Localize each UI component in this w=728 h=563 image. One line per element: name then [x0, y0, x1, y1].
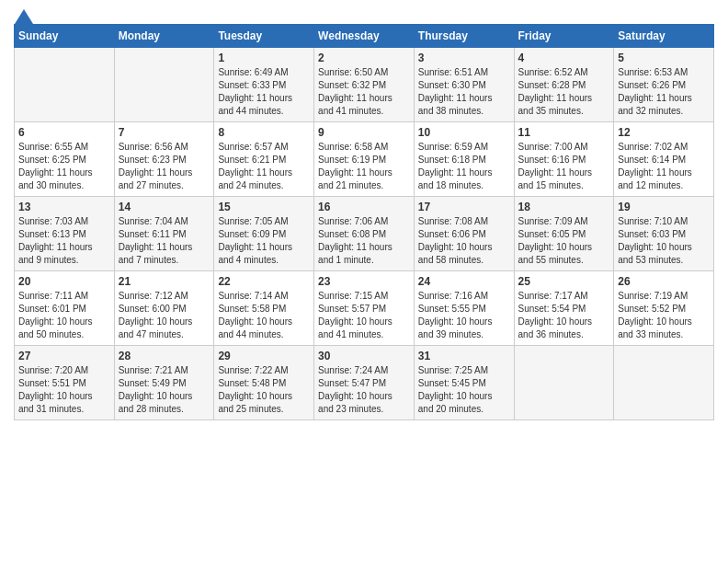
day-info: Sunrise: 7:10 AM Sunset: 6:03 PM Dayligh…: [618, 215, 710, 267]
day-number: 12: [618, 126, 710, 139]
day-info: Sunrise: 6:55 AM Sunset: 6:25 PM Dayligh…: [18, 141, 110, 192]
day-info: Sunrise: 7:17 AM Sunset: 5:54 PM Dayligh…: [518, 290, 610, 341]
day-cell: 3Sunrise: 6:51 AM Sunset: 6:30 PM Daylig…: [414, 48, 514, 122]
day-number: 29: [218, 350, 310, 362]
header-saturday: Saturday: [614, 25, 714, 48]
day-cell: 26Sunrise: 7:19 AM Sunset: 5:52 PM Dayli…: [614, 271, 714, 346]
day-cell: 17Sunrise: 7:08 AM Sunset: 6:06 PM Dayli…: [414, 197, 514, 271]
header-thursday: Thursday: [414, 25, 514, 48]
day-number: 3: [418, 52, 510, 64]
day-info: Sunrise: 7:19 AM Sunset: 5:52 PM Dayligh…: [618, 290, 710, 341]
day-cell: 16Sunrise: 7:06 AM Sunset: 6:08 PM Dayli…: [314, 197, 415, 271]
day-number: 13: [18, 201, 110, 213]
day-number: 10: [418, 126, 510, 139]
day-number: 15: [218, 201, 310, 213]
day-info: Sunrise: 7:16 AM Sunset: 5:55 PM Dayligh…: [418, 290, 510, 341]
day-number: 9: [318, 126, 410, 139]
day-cell: 25Sunrise: 7:17 AM Sunset: 5:54 PM Dayli…: [514, 271, 614, 346]
day-number: 4: [518, 52, 610, 64]
day-number: 22: [218, 275, 310, 288]
day-info: Sunrise: 7:06 AM Sunset: 6:08 PM Dayligh…: [318, 215, 410, 267]
header-row: [14, 9, 714, 20]
day-info: Sunrise: 7:24 AM Sunset: 5:47 PM Dayligh…: [318, 364, 410, 416]
day-number: 25: [518, 275, 610, 288]
day-info: Sunrise: 6:53 AM Sunset: 6:26 PM Dayligh…: [618, 66, 710, 118]
header-wednesday: Wednesday: [314, 25, 415, 48]
header-friday: Friday: [514, 25, 614, 48]
day-number: 21: [119, 275, 210, 288]
day-cell: 22Sunrise: 7:14 AM Sunset: 5:58 PM Dayli…: [214, 271, 314, 346]
day-info: Sunrise: 7:00 AM Sunset: 6:16 PM Dayligh…: [518, 141, 610, 192]
day-cell: 8Sunrise: 6:57 AM Sunset: 6:21 PM Daylig…: [214, 122, 314, 197]
day-info: Sunrise: 7:12 AM Sunset: 6:00 PM Dayligh…: [119, 290, 210, 341]
day-number: 27: [18, 350, 110, 362]
week-row-1: 6Sunrise: 6:55 AM Sunset: 6:25 PM Daylig…: [15, 122, 714, 197]
day-number: 17: [418, 201, 510, 213]
day-number: 26: [618, 275, 710, 288]
day-number: 31: [418, 350, 510, 362]
day-info: Sunrise: 7:25 AM Sunset: 5:45 PM Dayligh…: [418, 364, 510, 416]
day-cell: 27Sunrise: 7:20 AM Sunset: 5:51 PM Dayli…: [15, 346, 115, 420]
day-info: Sunrise: 6:52 AM Sunset: 6:28 PM Dayligh…: [518, 66, 610, 118]
header-row-days: SundayMondayTuesdayWednesdayThursdayFrid…: [15, 25, 714, 48]
day-cell: 2Sunrise: 6:50 AM Sunset: 6:32 PM Daylig…: [314, 48, 415, 122]
day-cell: 31Sunrise: 7:25 AM Sunset: 5:45 PM Dayli…: [414, 346, 514, 420]
day-info: Sunrise: 7:09 AM Sunset: 6:05 PM Dayligh…: [518, 215, 610, 267]
day-number: 14: [119, 201, 210, 213]
day-cell: 19Sunrise: 7:10 AM Sunset: 6:03 PM Dayli…: [614, 197, 714, 271]
day-number: 20: [18, 275, 110, 288]
day-cell: 23Sunrise: 7:15 AM Sunset: 5:57 PM Dayli…: [314, 271, 415, 346]
day-info: Sunrise: 6:57 AM Sunset: 6:21 PM Dayligh…: [218, 141, 310, 192]
day-cell: 9Sunrise: 6:58 AM Sunset: 6:19 PM Daylig…: [314, 122, 415, 197]
day-info: Sunrise: 6:49 AM Sunset: 6:33 PM Dayligh…: [218, 66, 310, 118]
day-info: Sunrise: 7:04 AM Sunset: 6:11 PM Dayligh…: [119, 215, 210, 267]
day-cell: 14Sunrise: 7:04 AM Sunset: 6:11 PM Dayli…: [114, 197, 214, 271]
day-cell: 1Sunrise: 6:49 AM Sunset: 6:33 PM Daylig…: [214, 48, 314, 122]
day-number: 7: [119, 126, 210, 139]
week-row-3: 20Sunrise: 7:11 AM Sunset: 6:01 PM Dayli…: [15, 271, 714, 346]
day-info: Sunrise: 7:20 AM Sunset: 5:51 PM Dayligh…: [18, 364, 110, 416]
day-info: Sunrise: 7:08 AM Sunset: 6:06 PM Dayligh…: [418, 215, 510, 267]
day-info: Sunrise: 7:03 AM Sunset: 6:13 PM Dayligh…: [18, 215, 110, 267]
day-number: 6: [18, 126, 110, 139]
day-cell: 18Sunrise: 7:09 AM Sunset: 6:05 PM Dayli…: [514, 197, 614, 271]
day-cell: 10Sunrise: 6:59 AM Sunset: 6:18 PM Dayli…: [414, 122, 514, 197]
day-info: Sunrise: 7:15 AM Sunset: 5:57 PM Dayligh…: [318, 290, 410, 341]
day-cell: 20Sunrise: 7:11 AM Sunset: 6:01 PM Dayli…: [15, 271, 115, 346]
day-cell: 21Sunrise: 7:12 AM Sunset: 6:00 PM Dayli…: [114, 271, 214, 346]
header-monday: Monday: [114, 25, 214, 48]
calendar-table: SundayMondayTuesdayWednesdayThursdayFrid…: [14, 24, 714, 420]
day-number: 11: [518, 126, 610, 139]
day-info: Sunrise: 7:14 AM Sunset: 5:58 PM Dayligh…: [218, 290, 310, 341]
svg-marker-0: [15, 9, 33, 24]
day-number: 23: [318, 275, 410, 288]
day-cell: 29Sunrise: 7:22 AM Sunset: 5:48 PM Dayli…: [214, 346, 314, 420]
day-cell: 4Sunrise: 6:52 AM Sunset: 6:28 PM Daylig…: [514, 48, 614, 122]
day-info: Sunrise: 6:59 AM Sunset: 6:18 PM Dayligh…: [418, 141, 510, 192]
calendar-container: SundayMondayTuesdayWednesdayThursdayFrid…: [0, 0, 728, 425]
day-info: Sunrise: 7:22 AM Sunset: 5:48 PM Dayligh…: [218, 364, 310, 416]
day-cell: 7Sunrise: 6:56 AM Sunset: 6:23 PM Daylig…: [114, 122, 214, 197]
day-number: 19: [618, 201, 710, 213]
week-row-4: 27Sunrise: 7:20 AM Sunset: 5:51 PM Dayli…: [15, 346, 714, 420]
day-number: 16: [318, 201, 410, 213]
day-cell: 24Sunrise: 7:16 AM Sunset: 5:55 PM Dayli…: [414, 271, 514, 346]
week-row-0: 1Sunrise: 6:49 AM Sunset: 6:33 PM Daylig…: [15, 48, 714, 122]
day-cell: [614, 346, 714, 420]
day-info: Sunrise: 7:02 AM Sunset: 6:14 PM Dayligh…: [618, 141, 710, 192]
day-cell: 30Sunrise: 7:24 AM Sunset: 5:47 PM Dayli…: [314, 346, 415, 420]
day-number: 18: [518, 201, 610, 213]
day-number: 2: [318, 52, 410, 64]
week-row-2: 13Sunrise: 7:03 AM Sunset: 6:13 PM Dayli…: [15, 197, 714, 271]
day-cell: 13Sunrise: 7:03 AM Sunset: 6:13 PM Dayli…: [15, 197, 115, 271]
day-cell: 28Sunrise: 7:21 AM Sunset: 5:49 PM Dayli…: [114, 346, 214, 420]
header-sunday: Sunday: [15, 25, 115, 48]
day-number: 30: [318, 350, 410, 362]
day-info: Sunrise: 7:05 AM Sunset: 6:09 PM Dayligh…: [218, 215, 310, 267]
day-number: 8: [218, 126, 310, 139]
day-cell: 5Sunrise: 6:53 AM Sunset: 6:26 PM Daylig…: [614, 48, 714, 122]
day-number: 1: [218, 52, 310, 64]
day-cell: [114, 48, 214, 122]
day-cell: 12Sunrise: 7:02 AM Sunset: 6:14 PM Dayli…: [614, 122, 714, 197]
header-tuesday: Tuesday: [214, 25, 314, 48]
